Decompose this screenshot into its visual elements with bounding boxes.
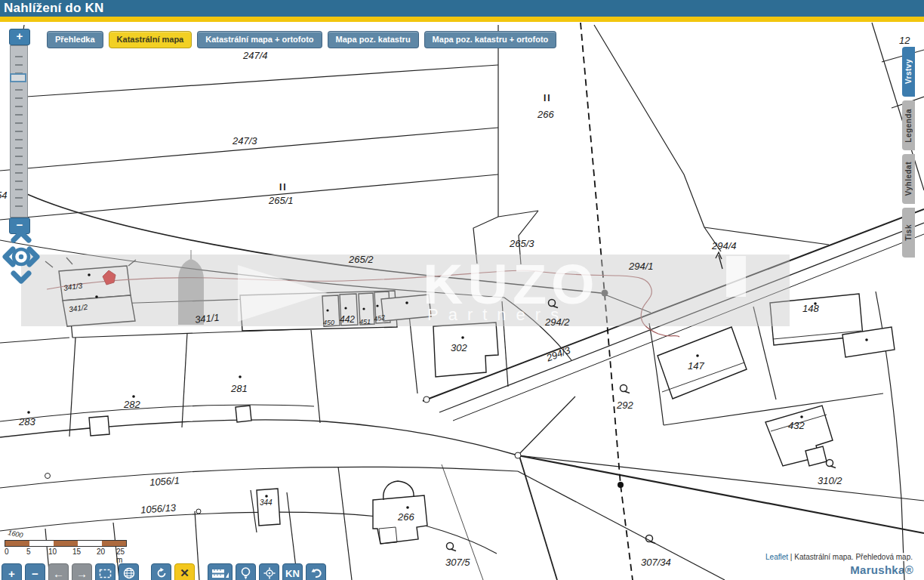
survey-node — [45, 474, 51, 479]
parcel-label-442: 442 — [340, 314, 355, 325]
history-forward-button[interactable]: → — [72, 563, 92, 580]
attribution-separator: | — [790, 553, 793, 561]
scale-bar: 0 5 10 15 20 25 m — [5, 540, 133, 556]
kn-info-button[interactable]: KN — [282, 563, 303, 580]
scale-bar-labels: 0 5 10 15 20 25 m — [5, 547, 133, 556]
parcel-label-450: 450 — [323, 319, 334, 326]
zoom-rectangle-button[interactable] — [95, 563, 116, 580]
parcel-label-432: 432 — [788, 420, 805, 431]
leaflet-link[interactable]: Leaflet — [765, 553, 788, 561]
pan-center-dot — [19, 255, 23, 259]
watermark: KUZO Partners — [21, 250, 790, 326]
landuse-symbol: II — [279, 182, 288, 193]
scale-label: 10 — [48, 548, 57, 556]
info-balloon-icon — [240, 567, 251, 579]
map-canvas[interactable]: KUZO Partners 247/4 247/3 II 265/1 II 26… — [0, 0, 924, 580]
parcel-label-12: 12 — [899, 35, 910, 46]
scale-label: 25 m — [116, 548, 133, 564]
landuse-symbol: II — [544, 93, 552, 103]
layer-button-mpk-ortofoto[interactable]: Mapa poz. katastru + ortofoto — [424, 31, 557, 48]
layer-button-prehledka[interactable]: Přehledka — [47, 31, 103, 48]
app-title: Nahlížení do KN — [0, 0, 924, 17]
measure-button[interactable] — [208, 563, 233, 580]
undo-arrow-icon — [310, 568, 322, 578]
parcel-label-266: 266 — [537, 109, 554, 120]
bottom-toolbar: + − ← → ✕ — [2, 563, 326, 580]
tab-vyhledat-label: Vyhledat — [904, 162, 913, 196]
pan-up-button[interactable] — [14, 233, 29, 240]
layer-button-katastralni-mapa[interactable]: Katastrální mapa — [109, 31, 192, 48]
parcel-label-281: 281 — [230, 383, 248, 394]
attribution-text: Katastrální mapa. Přehledová map. — [794, 553, 913, 561]
refresh-icon — [156, 567, 168, 579]
cancel-button[interactable]: ✕ — [174, 563, 195, 580]
toolbar-zoom-in-button[interactable]: + — [2, 563, 22, 580]
parcel-label-148: 148 — [802, 303, 819, 314]
title-bar: Nahlížení do KN — [0, 0, 924, 17]
scale-label: 5 — [26, 548, 31, 556]
boundary-node-dot — [618, 482, 624, 488]
tab-tisk-label: Tisk — [904, 224, 913, 241]
parcel-label-310-2: 310/2 — [818, 475, 842, 486]
tab-legenda-label: Legenda — [904, 109, 913, 143]
parcel-label-283: 283 — [18, 416, 35, 427]
parcel-label-265-1: 265/1 — [268, 195, 294, 206]
parcel-label-294-2: 294/2 — [544, 316, 570, 328]
history-back-button[interactable]: ← — [48, 563, 69, 580]
pan-control — [1, 228, 42, 285]
parcel-label-344: 344 — [260, 498, 273, 507]
layer-switcher: Přehledka Katastrální mapa Katastrální m… — [47, 31, 556, 48]
parcel-label-1056-1: 1056/1 — [149, 474, 180, 488]
pan-down-button[interactable] — [14, 273, 29, 281]
parcel-label-247-3: 247/3 — [232, 135, 257, 147]
marushka-logo: Marushka® — [850, 563, 913, 576]
accent-stripe — [0, 17, 924, 22]
survey-node — [424, 396, 430, 403]
measure-ruler-icon — [211, 568, 229, 579]
pan-left-button[interactable] — [5, 249, 13, 264]
toolbar-zoom-out-button[interactable]: − — [25, 563, 45, 580]
zoom-slider-control: + − — [9, 29, 29, 234]
parcel-label-302: 302 — [451, 342, 467, 353]
locate-button[interactable] — [259, 563, 279, 580]
parcel-label-265-2: 265/2 — [348, 254, 374, 265]
parcel-label-54: 54 — [0, 190, 7, 201]
tab-legenda[interactable]: Legenda — [902, 100, 915, 150]
parcel-label-266b: 266 — [397, 511, 414, 523]
tab-vrstvy[interactable]: Vrstvy — [902, 47, 915, 97]
zoom-slider-track[interactable] — [10, 45, 28, 218]
tab-vrstvy-label: Vrstvy — [904, 59, 913, 84]
layer-button-km-ortofoto[interactable]: Katastrální mapa + ortofoto — [197, 31, 322, 48]
scale-label: 15 — [72, 548, 81, 556]
parcel-label-247-4: 247/4 — [242, 50, 268, 61]
parcel-label-294-1: 294/1 — [628, 261, 654, 272]
survey-node — [196, 509, 201, 514]
survey-node — [515, 452, 521, 458]
parcel-label-294-4: 294/4 — [711, 240, 737, 251]
kn-button-label: KN — [285, 568, 300, 579]
globe-icon — [123, 567, 135, 579]
layer-button-mapa-poz-katastru[interactable]: Mapa poz. katastru — [328, 31, 419, 48]
target-crosshair-icon — [263, 567, 276, 579]
zoom-slider-handle[interactable] — [10, 73, 26, 82]
overview-globe-button[interactable] — [119, 563, 139, 580]
info-balloon-button[interactable] — [236, 563, 256, 580]
parcel-label-307-5: 307/5 — [445, 557, 470, 568]
tab-vyhledat[interactable]: Vyhledat — [902, 154, 915, 204]
pan-right-button[interactable] — [29, 249, 37, 264]
side-panel-tabs: Vrstvy Legenda Vyhledat Tisk — [902, 47, 915, 258]
parcel-label-307-34: 307/34 — [641, 557, 671, 568]
parcel-label-147: 147 — [688, 360, 704, 372]
map-attribution: Leaflet | Katastrální mapa. Přehledová m… — [763, 553, 915, 561]
parcel-label-292: 292 — [616, 400, 633, 411]
scale-bar-segments — [5, 540, 127, 547]
tab-tisk[interactable]: Tisk — [902, 208, 915, 258]
scale-label: 0 — [5, 548, 9, 556]
scale-label: 20 — [97, 548, 105, 556]
parcel-label-451: 451 — [359, 318, 371, 325]
parcel-label-282: 282 — [123, 399, 140, 410]
parcel-label-265-3: 265/3 — [509, 238, 534, 249]
refresh-button[interactable] — [151, 563, 171, 580]
zoom-in-button[interactable]: + — [9, 29, 30, 45]
previous-view-button[interactable] — [306, 563, 326, 580]
